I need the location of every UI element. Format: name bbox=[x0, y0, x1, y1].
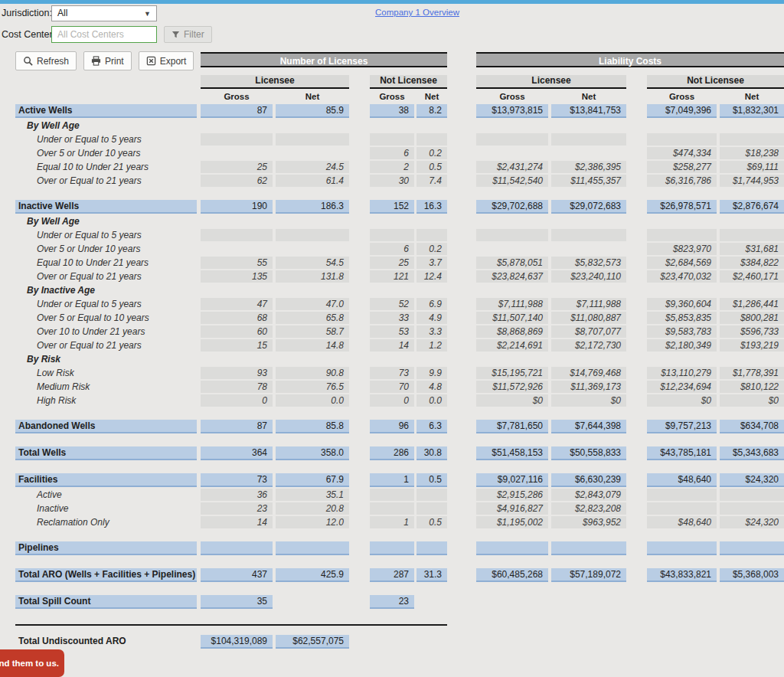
table-cell: 54.5 bbox=[276, 257, 349, 269]
table-cell: $12,234,694 bbox=[647, 381, 717, 393]
row-label: Medium Risk bbox=[15, 381, 197, 393]
feedback-badge[interactable]: nd them to us. bbox=[0, 649, 64, 677]
report-table: Number of Licenses Liability Costs Licen… bbox=[15, 52, 784, 649]
table-cell: $9,583,783 bbox=[647, 325, 717, 338]
table-cell: $11,542,540 bbox=[476, 175, 548, 187]
row-label: Equal 10 to Under 21 years bbox=[15, 257, 197, 269]
table-cell: 186.3 bbox=[276, 200, 349, 214]
table-cell: 25 bbox=[201, 161, 273, 173]
table-cell bbox=[201, 541, 273, 555]
spacer bbox=[15, 408, 784, 418]
table-cell: 7.4 bbox=[416, 175, 447, 187]
table-cell: $474,334 bbox=[647, 147, 717, 159]
table-cell: 6 bbox=[370, 243, 414, 255]
table-cell: 4.9 bbox=[416, 312, 447, 324]
table-cell: $8,868,869 bbox=[476, 325, 548, 338]
table-cell: 6.3 bbox=[416, 420, 447, 433]
table-cell: 0.2 bbox=[416, 243, 447, 255]
table-cell: $11,080,887 bbox=[551, 312, 626, 324]
table-cell: 6.9 bbox=[416, 298, 447, 310]
table-cell: $23,470,032 bbox=[647, 270, 717, 283]
row-label: High Risk bbox=[15, 394, 197, 407]
table-cell bbox=[551, 133, 626, 146]
table-cell bbox=[416, 502, 447, 515]
table-cell: 3.3 bbox=[416, 325, 447, 338]
table-cell: 30 bbox=[370, 175, 414, 187]
table-cell: $5,853,835 bbox=[647, 312, 717, 324]
column-header-net: Net bbox=[720, 90, 784, 103]
row-label: Over or Equal to 21 years bbox=[15, 175, 197, 187]
table-cell: $810,122 bbox=[720, 381, 784, 393]
spacer bbox=[15, 610, 784, 623]
table-cell: 14 bbox=[201, 516, 273, 528]
table-cell: $2,180,349 bbox=[647, 339, 717, 352]
table-cell: $57,189,072 bbox=[551, 568, 626, 582]
column-header-gross: Gross bbox=[647, 90, 717, 103]
table-cell: $2,843,079 bbox=[551, 489, 626, 501]
table-cell: $11,455,357 bbox=[551, 175, 626, 187]
row-label: Under or Equal to 5 years bbox=[15, 133, 197, 146]
table-cell: 4.8 bbox=[416, 381, 447, 393]
column-header-net: Net bbox=[551, 90, 626, 103]
table-cell: $5,368,003 bbox=[720, 568, 784, 582]
table-cell: 16.3 bbox=[416, 200, 447, 214]
table-cell: $258,277 bbox=[647, 161, 717, 173]
table-cell: 31.3 bbox=[416, 568, 447, 582]
table-cell: $0 bbox=[476, 394, 548, 407]
table-cell bbox=[370, 541, 414, 555]
top-accent-bar bbox=[0, 0, 784, 4]
table-cell: 152 bbox=[370, 200, 414, 214]
table-cell: 0.0 bbox=[416, 394, 447, 407]
filter-button[interactable]: Filter bbox=[164, 26, 212, 43]
table-cell: 62 bbox=[201, 175, 273, 187]
table-cell: $104,319,089 bbox=[201, 635, 273, 649]
table-cell: 1 bbox=[370, 473, 414, 487]
divider bbox=[15, 624, 447, 626]
table-cell: 14.8 bbox=[276, 339, 349, 352]
table-cell: 9.9 bbox=[416, 367, 447, 379]
table-cell: 12.0 bbox=[276, 516, 349, 528]
table-cell bbox=[720, 229, 784, 241]
row-label: Inactive bbox=[15, 502, 197, 515]
table-cell: $15,195,721 bbox=[476, 367, 548, 379]
spacer bbox=[15, 435, 784, 445]
table-cell: 15 bbox=[201, 339, 273, 352]
table-cell: 35 bbox=[201, 595, 273, 609]
table-cell: $193,219 bbox=[720, 339, 784, 352]
spacer bbox=[15, 188, 784, 198]
spacer bbox=[15, 557, 784, 567]
table-cell: $2,386,395 bbox=[551, 161, 626, 173]
column-header-gross: Gross bbox=[370, 90, 414, 103]
table-cell: 30.8 bbox=[416, 446, 447, 460]
table-cell: 23 bbox=[370, 595, 414, 609]
company-overview-link[interactable]: Company 1 Overview bbox=[348, 8, 486, 17]
table-cell: $13,841,753 bbox=[551, 104, 626, 118]
table-cell: $24,320 bbox=[720, 516, 784, 528]
subheader-licensee: Licensee bbox=[201, 75, 349, 89]
table-cell: 3.7 bbox=[416, 257, 447, 269]
table-cell: $13,110,279 bbox=[647, 367, 717, 379]
row-label: Reclamation Only bbox=[15, 516, 197, 528]
cost-center-input[interactable] bbox=[51, 26, 157, 43]
table-cell: $800,281 bbox=[720, 312, 784, 324]
row-label: Over 5 or Under 10 years bbox=[15, 243, 197, 255]
table-cell: $2,684,569 bbox=[647, 257, 717, 269]
table-cell: $384,822 bbox=[720, 257, 784, 269]
jurisdiction-select[interactable]: All ▼ bbox=[51, 5, 157, 21]
table-cell: 425.9 bbox=[276, 568, 349, 582]
table-cell: 61.4 bbox=[276, 175, 349, 187]
table-cell: $2,431,274 bbox=[476, 161, 548, 173]
table-cell bbox=[276, 229, 349, 241]
table-cell: 364 bbox=[201, 446, 273, 460]
group-header-liability-costs: Liability Costs bbox=[476, 52, 784, 67]
table-cell: 131.8 bbox=[276, 270, 349, 283]
table-cell bbox=[370, 133, 414, 146]
row-label: Over 5 or Under 10 years bbox=[15, 147, 197, 159]
table-cell: $5,878,051 bbox=[476, 257, 548, 269]
table-cell: $9,360,604 bbox=[647, 298, 717, 310]
table-cell: 85.9 bbox=[276, 104, 349, 118]
table-cell: $51,458,153 bbox=[476, 446, 548, 460]
table-cell: 53 bbox=[370, 325, 414, 338]
table-cell: 73 bbox=[370, 367, 414, 379]
table-cell: $2,915,286 bbox=[476, 489, 548, 501]
